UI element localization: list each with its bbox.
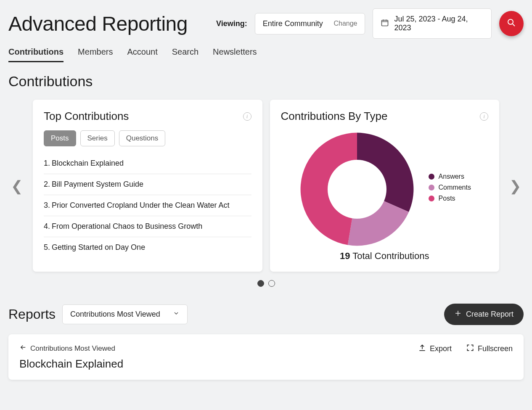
svg-rect-0 <box>382 20 388 26</box>
total-contributions: 19 Total Contributions <box>281 251 489 262</box>
list-item[interactable]: 3.Prior Converted Cropland Under the Cle… <box>44 195 251 216</box>
header: Advanced Reporting Viewing: Entire Commu… <box>8 8 524 39</box>
pager-dot[interactable] <box>268 280 275 287</box>
list-item-label: Bill Payment System Guide <box>52 180 143 188</box>
legend-item: Answers <box>429 173 471 180</box>
list-item[interactable]: 5.Getting Started on Day One <box>44 237 251 258</box>
legend-swatch <box>429 185 434 190</box>
legend-label: Comments <box>439 184 471 191</box>
scope-value: Entire Community <box>263 19 323 28</box>
carousel-next[interactable]: ❯ <box>507 177 524 194</box>
legend-swatch <box>429 174 434 180</box>
date-range-picker[interactable]: Jul 25, 2023 - Aug 24, 2023 <box>373 8 491 39</box>
arrow-left-icon <box>19 344 27 353</box>
list-item[interactable]: 4.From Operational Chaos to Business Gro… <box>44 216 251 237</box>
chevron-right-icon: ❯ <box>509 178 521 194</box>
fullscreen-label: Fullscreen <box>478 344 513 353</box>
list-item[interactable]: 2.Bill Payment System Guide <box>44 174 251 195</box>
chevron-left-icon: ❮ <box>11 178 23 194</box>
chevron-down-icon <box>173 310 180 319</box>
legend-item: Comments <box>429 184 471 191</box>
card-title: Contributions By Type <box>281 110 388 123</box>
search-icon <box>506 18 516 29</box>
report-selector-value: Contributions Most Viewed <box>70 310 160 319</box>
total-label: Total Contributions <box>352 251 429 261</box>
tab-search[interactable]: Search <box>172 47 199 62</box>
info-icon[interactable]: i <box>243 112 251 121</box>
back-link[interactable]: Contributions Most Viewed <box>19 344 123 353</box>
pager-dot[interactable] <box>257 280 264 287</box>
card-top-contributions: Top Contributions i Posts Series Questio… <box>33 100 262 272</box>
export-icon <box>418 344 426 354</box>
export-label: Export <box>430 344 452 353</box>
plus-icon <box>454 309 462 319</box>
list-item-label: Getting Started on Day One <box>52 243 145 251</box>
calendar-icon <box>381 19 389 29</box>
fullscreen-button[interactable]: Fullscreen <box>466 344 513 354</box>
report-title: Blockchain Explained <box>19 357 123 370</box>
report-panel: Contributions Most Viewed Blockchain Exp… <box>8 334 524 380</box>
chart-legend: Answers Comments Posts <box>429 173 471 206</box>
list-item-label: From Operational Chaos to Business Growt… <box>52 222 202 230</box>
back-label: Contributions Most Viewed <box>30 344 115 353</box>
top-contributions-list: 1.Blockchain Explained 2.Bill Payment Sy… <box>44 153 251 258</box>
list-item-label: Prior Converted Cropland Under the Clean… <box>52 201 230 209</box>
create-report-label: Create Report <box>466 310 513 319</box>
carousel-pager <box>8 280 524 287</box>
reports-heading: Reports <box>8 307 56 322</box>
create-report-button[interactable]: Create Report <box>444 304 524 325</box>
tab-members[interactable]: Members <box>78 47 113 62</box>
legend-item: Posts <box>429 195 471 202</box>
legend-label: Answers <box>439 173 464 180</box>
scope-selector[interactable]: Entire Community Change <box>255 13 365 34</box>
cards-carousel: ❮ Top Contributions i Posts Series Quest… <box>8 100 524 272</box>
card-title: Top Contributions <box>44 110 129 123</box>
reports-header: Reports Contributions Most Viewed Create… <box>8 304 524 325</box>
date-range-value: Jul 25, 2023 - Aug 24, 2023 <box>394 15 483 32</box>
filter-series[interactable]: Series <box>80 130 115 146</box>
change-scope-link[interactable]: Change <box>333 20 357 27</box>
report-selector[interactable]: Contributions Most Viewed <box>62 304 188 324</box>
filter-posts[interactable]: Posts <box>44 130 76 146</box>
viewing-label: Viewing: <box>216 19 247 28</box>
main-tabs: Contributions Members Account Search New… <box>8 47 524 62</box>
filter-pills: Posts Series Questions <box>44 130 251 146</box>
card-contributions-by-type: Contributions By Type i Answers Comments <box>270 100 500 272</box>
legend-label: Posts <box>439 195 455 202</box>
svg-point-1 <box>508 19 513 24</box>
info-icon[interactable]: i <box>480 112 488 121</box>
total-value: 19 <box>340 251 350 261</box>
tab-contributions[interactable]: Contributions <box>8 47 64 62</box>
legend-swatch <box>429 196 434 201</box>
carousel-prev[interactable]: ❮ <box>8 177 25 194</box>
search-button[interactable] <box>499 11 524 36</box>
filter-questions[interactable]: Questions <box>119 130 166 146</box>
svg-point-2 <box>328 160 386 219</box>
export-button[interactable]: Export <box>418 344 452 354</box>
tab-newsletters[interactable]: Newsletters <box>213 47 257 62</box>
tab-account[interactable]: Account <box>127 47 157 62</box>
cards-row: Top Contributions i Posts Series Questio… <box>33 100 499 272</box>
list-item-label: Blockchain Explained <box>52 159 124 167</box>
fullscreen-icon <box>466 344 474 354</box>
page-title: Advanced Reporting <box>8 12 188 35</box>
section-heading-contributions: Contributions <box>8 73 524 90</box>
donut-chart <box>298 130 416 248</box>
list-item[interactable]: 1.Blockchain Explained <box>44 153 251 174</box>
